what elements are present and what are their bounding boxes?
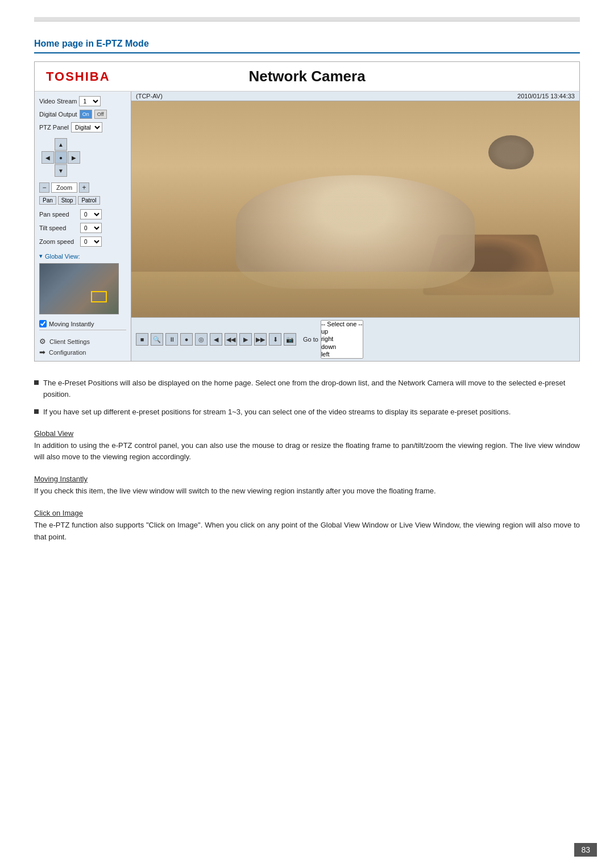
- ctrl-next-fast-button[interactable]: ▶▶: [254, 333, 267, 346]
- goto-area: Go to -- Select one -- up right down lef…: [303, 320, 363, 359]
- moving-instantly-section-title: Moving Instantly: [34, 475, 580, 483]
- moving-instantly-label: Moving Instantly: [49, 321, 94, 327]
- goto-option-select: -- Select one --: [321, 321, 363, 328]
- ptz-down-button[interactable]: ▼: [55, 164, 67, 177]
- ctrl-next-button[interactable]: ▶: [239, 333, 252, 346]
- pan-speed-row: Pan speed 012: [39, 209, 126, 219]
- digital-output-label: Digital Output: [39, 111, 77, 118]
- ptz-empty-tl: [42, 138, 54, 151]
- global-view-image[interactable]: [39, 263, 119, 314]
- settings-icon: ⚙: [39, 337, 46, 346]
- goto-option-down: down: [321, 343, 363, 351]
- goto-option-up: up: [321, 328, 363, 335]
- top-bar: [34, 17, 580, 22]
- camera-controls-bar: ■ 🔍 ⏸ ● ◎ ◀ ◀◀ ▶ ▶▶ ⬇ 📷 Go to: [131, 317, 579, 361]
- client-settings-link[interactable]: ⚙ Client Settings: [39, 337, 126, 346]
- moving-instantly-section-body: If you check this item, the live view wi…: [34, 485, 580, 497]
- camera-view-area: (TCP-AV) 2010/01/15 13:44:33: [131, 92, 579, 361]
- timestamp-label: 2010/01/15 13:44:33: [517, 93, 575, 99]
- ctrl-prev-button[interactable]: ◀: [210, 333, 222, 346]
- ptz-empty-tr: [68, 138, 80, 151]
- zoom-row: − Zoom +: [39, 182, 126, 193]
- ptz-center-button[interactable]: ●: [55, 151, 67, 164]
- zoom-speed-row: Zoom speed 012: [39, 236, 126, 247]
- zoom-minus-button[interactable]: −: [39, 182, 49, 193]
- ptz-empty-bl: [42, 164, 54, 177]
- bullet-text-2: If you have set up different e-preset po…: [43, 406, 511, 418]
- section-title: Home page in E-PTZ Mode: [34, 39, 580, 53]
- ptz-right-button[interactable]: ▶: [68, 151, 80, 164]
- goto-select[interactable]: -- Select one -- up right down left: [321, 320, 363, 359]
- patrol-button[interactable]: Patrol: [78, 196, 99, 205]
- tilt-speed-row: Tilt speed 012: [39, 223, 126, 233]
- tcp-av-label: (TCP-AV): [136, 93, 163, 99]
- zoom-speed-select[interactable]: 012: [80, 236, 102, 247]
- ctrl-record-button[interactable]: ■: [136, 333, 148, 346]
- camera-feed: [131, 101, 579, 317]
- ctrl-pause-button[interactable]: ⏸: [165, 333, 178, 346]
- ptz-panel-row: PTZ Panel Digital: [39, 122, 126, 132]
- ptz-panel-label: PTZ Panel: [39, 124, 69, 131]
- click-on-image-section: Click on Image The e-PTZ function also s…: [34, 509, 580, 543]
- pan-stop-patrol-row: Pan Stop Patrol: [39, 196, 126, 205]
- ctrl-circle-button[interactable]: ◎: [195, 333, 208, 346]
- goto-wrapper: -- Select one -- up right down left: [321, 320, 363, 359]
- digital-output-row: Digital Output On Off: [39, 110, 126, 119]
- configuration-link[interactable]: ➡ Configuration: [39, 348, 126, 356]
- camera-view-topbar: (TCP-AV) 2010/01/15 13:44:33: [131, 92, 579, 101]
- goto-option-right: right: [321, 335, 363, 343]
- camera-ui-box: TOSHIBA Network Camera Video Stream 123 …: [34, 61, 580, 362]
- configuration-label: Configuration: [49, 349, 86, 356]
- global-view-label: ▾ Global View:: [39, 252, 126, 260]
- ctrl-camera-button[interactable]: 📷: [284, 333, 296, 346]
- ctrl-prev-fast-button[interactable]: ◀◀: [225, 333, 237, 346]
- page-number: 83: [574, 843, 597, 857]
- bullet-text-1: The e-Preset Positions will also be disp…: [43, 377, 580, 400]
- tilt-speed-select[interactable]: 012: [80, 223, 102, 233]
- stop-button[interactable]: Stop: [58, 196, 77, 205]
- video-stream-label: Video Stream: [39, 98, 77, 105]
- zoom-label: Zoom: [51, 182, 77, 193]
- ctrl-dot-button[interactable]: ●: [180, 333, 193, 346]
- goto-label: Go to: [303, 336, 318, 343]
- moving-instantly-checkbox[interactable]: [39, 320, 47, 327]
- goto-option-left: left: [321, 351, 363, 358]
- moving-instantly-row: Moving Instantly: [39, 320, 126, 327]
- bullet-list: The e-Preset Positions will also be disp…: [34, 377, 580, 418]
- click-on-image-section-title: Click on Image: [34, 509, 580, 517]
- client-settings-label: Client Settings: [49, 338, 90, 345]
- bottom-links: ⚙ Client Settings ➡ Configuration: [39, 330, 126, 356]
- ptz-up-button[interactable]: ▲: [55, 138, 67, 151]
- tilt-speed-label: Tilt speed: [39, 225, 78, 231]
- camera-title: Network Camera: [248, 68, 365, 85]
- bullet-item-1: The e-Preset Positions will also be disp…: [34, 377, 580, 400]
- pan-button[interactable]: Pan: [39, 196, 56, 205]
- left-panel: Video Stream 123 Digital Output On Off P…: [35, 92, 131, 361]
- pan-speed-label: Pan speed: [39, 211, 78, 218]
- digital-on-button[interactable]: On: [80, 110, 92, 119]
- bullet-square-2: [34, 409, 39, 414]
- ptz-pad: ▲ ◀ ● ▶ ▼: [42, 138, 126, 177]
- toshiba-logo: TOSHIBA: [46, 69, 110, 84]
- video-stream-select[interactable]: 123: [79, 96, 101, 106]
- ptz-left-button[interactable]: ◀: [42, 151, 54, 164]
- ptz-panel-select[interactable]: Digital: [71, 122, 102, 132]
- moving-instantly-section: Moving Instantly If you check this item,…: [34, 475, 580, 497]
- bullet-item-2: If you have set up different e-preset po…: [34, 406, 580, 418]
- config-icon: ➡: [39, 348, 45, 356]
- click-on-image-section-body: The e-PTZ function also supports "Click …: [34, 520, 580, 543]
- global-view-section: Global View In addition to using the e-P…: [34, 429, 580, 464]
- global-view-chevron: ▾: [39, 252, 43, 260]
- ctrl-down-button[interactable]: ⬇: [269, 333, 281, 346]
- video-stream-row: Video Stream 123: [39, 96, 126, 106]
- global-view-text: Global View:: [45, 253, 80, 260]
- zoom-plus-button[interactable]: +: [79, 182, 89, 193]
- ctrl-search-button[interactable]: 🔍: [151, 333, 163, 346]
- global-view-section-title: Global View: [34, 429, 580, 438]
- digital-off-button[interactable]: Off: [94, 110, 107, 119]
- global-view-section-body: In addition to using the e-PTZ control p…: [34, 440, 580, 464]
- zoom-speed-label: Zoom speed: [39, 238, 78, 245]
- bullet-square-1: [34, 380, 39, 385]
- pan-speed-select[interactable]: 012: [80, 209, 102, 219]
- camera-ui-body: Video Stream 123 Digital Output On Off P…: [35, 92, 579, 361]
